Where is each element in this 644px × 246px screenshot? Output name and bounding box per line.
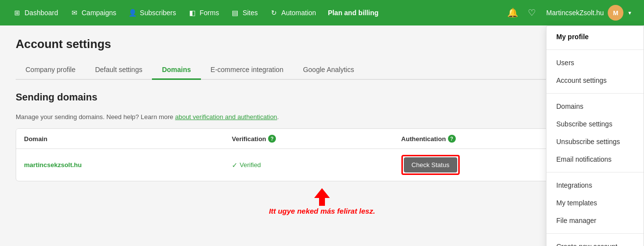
nav-plan-billing[interactable]: Plan and billing — [323, 6, 383, 20]
page-title: Account settings — [16, 37, 628, 51]
dropdown-group-profile: My profile — [546, 26, 644, 48]
wishlist-heart[interactable]: ♡ — [525, 4, 539, 21]
dropdown-subscribe-settings[interactable]: Subscribe settings — [546, 115, 644, 133]
check-status-button[interactable]: Check Status — [404, 157, 457, 172]
annotation-text: Itt ugye neked más felirat lesz. — [16, 207, 628, 215]
page-layout: Account settings Company profile Default… — [0, 25, 644, 246]
dashboard-icon: ⊞ — [13, 8, 22, 17]
dropdown-email-notifications[interactable]: Email notifications — [546, 150, 644, 168]
verification-link[interactable]: about verification and authentication — [175, 113, 277, 121]
tabs-bar: Company profile Default settings Domains… — [16, 61, 628, 80]
nav-dashboard[interactable]: ⊞ Dashboard — [8, 5, 63, 20]
verification-help-icon[interactable]: ? — [268, 135, 276, 143]
subscribers-icon: 👤 — [128, 8, 137, 17]
tab-google-analytics[interactable]: Google Analytics — [293, 61, 364, 80]
dropdown-group-account: Users Account settings — [546, 52, 644, 91]
tab-company-profile[interactable]: Company profile — [16, 61, 85, 80]
authentication-help-icon[interactable]: ? — [448, 135, 456, 143]
dropdown-create-account[interactable]: Create new account — [546, 238, 644, 246]
verification-status: ✓ Verified — [232, 161, 386, 169]
sites-icon: ▤ — [231, 8, 240, 17]
chevron-down-icon: ▼ — [627, 10, 632, 16]
dropdown-divider-2 — [546, 93, 644, 94]
section-header: Sending domains Add domain — [16, 92, 628, 109]
tab-default-settings[interactable]: Default settings — [85, 61, 152, 80]
table-row: martincsekzsolt.hu ✓ Verified Check — [16, 149, 628, 181]
check-status-highlight: Check Status — [401, 155, 460, 175]
col-header-domain: Domain — [16, 129, 224, 149]
domain-cell: martincsekzsolt.hu — [16, 149, 224, 181]
username-label: MartincsekZsolt.hu — [546, 9, 604, 17]
avatar: M — [608, 5, 623, 21]
checkmark-icon: ✓ — [232, 161, 238, 169]
tab-ecommerce[interactable]: E-commerce integration — [201, 61, 294, 80]
dropdown-divider-1 — [546, 49, 644, 50]
nav-sites[interactable]: ▤ Sites — [226, 5, 263, 20]
nav-forms[interactable]: ◧ Forms — [183, 5, 224, 20]
nav-subscribers[interactable]: 👤 Subscribers — [123, 5, 181, 20]
campaigns-icon: ✉ — [70, 8, 79, 17]
dropdown-divider-4 — [546, 233, 644, 234]
dropdown-domains[interactable]: Domains — [546, 98, 644, 115]
verification-cell: ✓ Verified — [224, 149, 394, 181]
dropdown-group-settings: Domains Subscribe settings Unsubscribe s… — [546, 96, 644, 170]
user-dropdown-menu: My profile Users Account settings Domain… — [546, 25, 644, 246]
dropdown-file-manager[interactable]: File manager — [546, 212, 644, 229]
notifications-bell[interactable]: 🔔 — [504, 4, 521, 21]
dropdown-my-profile[interactable]: My profile — [546, 28, 644, 46]
content-area: Sending domains Add domain Manage your s… — [16, 80, 628, 215]
col-header-verification: Verification ? — [224, 129, 394, 149]
sending-domains-title: Sending domains — [16, 92, 98, 103]
nav-right-section: 🔔 ♡ MartincsekZsolt.hu M ▼ — [504, 3, 636, 23]
nav-campaigns[interactable]: ✉ Campaigns — [65, 5, 122, 20]
user-menu-trigger[interactable]: MartincsekZsolt.hu M ▼ — [543, 3, 636, 23]
automation-icon: ↻ — [270, 8, 278, 17]
annotation-wrap: Itt ugye neked más felirat lesz. — [16, 187, 628, 215]
dropdown-divider-3 — [546, 172, 644, 172]
section-description: Manage your sending domains. Need help? … — [16, 113, 628, 121]
dropdown-my-templates[interactable]: My templates — [546, 194, 644, 212]
forms-icon: ◧ — [188, 8, 197, 17]
dropdown-unsubscribe-settings[interactable]: Unsubscribe settings — [546, 133, 644, 150]
dropdown-users[interactable]: Users — [546, 54, 644, 72]
dropdown-account-settings[interactable]: Account settings — [546, 72, 644, 89]
arrow-up-icon — [312, 187, 332, 207]
dropdown-group-tools: Integrations My templates File manager — [546, 174, 644, 231]
dropdown-group-account-mgmt: Create new account Change language — [546, 236, 644, 246]
nav-automation[interactable]: ↻ Automation — [265, 5, 321, 20]
tab-domains[interactable]: Domains — [152, 61, 200, 80]
svg-marker-0 — [314, 188, 330, 206]
domains-table: Domain Verification ? Authenticatio — [16, 128, 628, 181]
domain-link[interactable]: martincsekzsolt.hu — [24, 161, 82, 169]
dropdown-integrations[interactable]: Integrations — [546, 176, 644, 194]
main-nav: ⊞ Dashboard ✉ Campaigns 👤 Subscribers ◧ … — [0, 0, 644, 25]
